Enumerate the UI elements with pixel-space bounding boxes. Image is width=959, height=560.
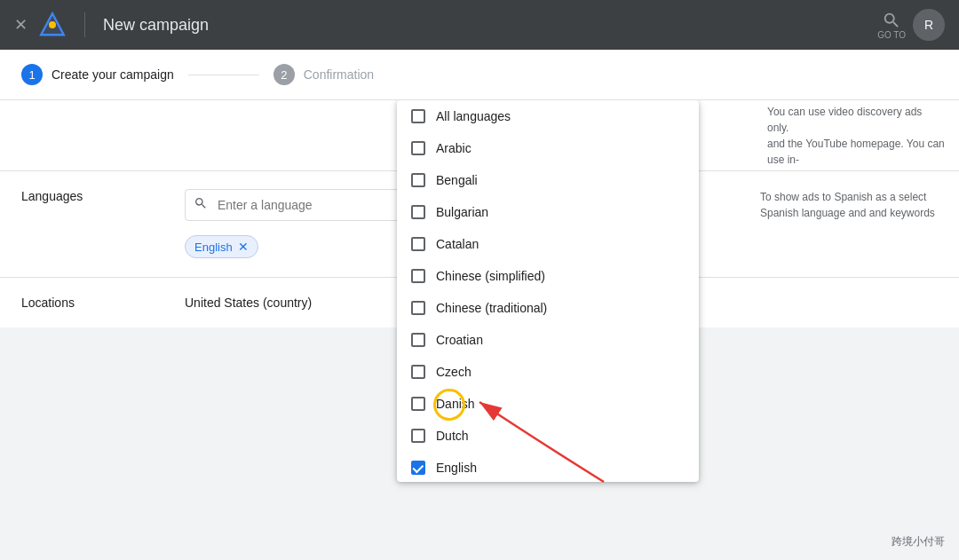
app-header: ✕ New campaign GO TO R bbox=[0, 0, 959, 50]
dropdown-item[interactable]: Danish bbox=[397, 388, 699, 420]
dropdown-item[interactable]: Croatian bbox=[397, 324, 699, 356]
dropdown-list: All languagesArabicBengaliBulgarianCatal… bbox=[397, 100, 699, 482]
svg-point-2 bbox=[49, 21, 56, 28]
tag-close-icon[interactable]: ✕ bbox=[238, 240, 249, 254]
main-content: You can use video discovery ads only. an… bbox=[0, 100, 959, 560]
language-search-icon bbox=[194, 196, 208, 214]
step-1-label: Create your campaign bbox=[52, 67, 174, 82]
watermark: 跨境小付哥 bbox=[892, 534, 945, 549]
languages-help-text: To show ads to Spanish as a select Spani… bbox=[760, 189, 938, 221]
english-language-tag: English ✕ bbox=[185, 235, 258, 258]
locations-label: Locations bbox=[21, 296, 163, 310]
language-option-label: Chinese (traditional) bbox=[436, 301, 547, 315]
language-dropdown: All languagesArabicBengaliBulgarianCatal… bbox=[397, 100, 699, 482]
step-1: 1 Create your campaign bbox=[21, 64, 174, 85]
dropdown-item[interactable]: Bulgarian bbox=[397, 196, 699, 228]
language-option-label: Dutch bbox=[436, 429, 469, 443]
dropdown-item[interactable]: Catalan bbox=[397, 228, 699, 260]
language-checkbox[interactable] bbox=[411, 301, 425, 315]
language-option-label: Chinese (simplified) bbox=[436, 269, 545, 283]
top-section-text1: You can use video discovery ads only. an… bbox=[767, 104, 945, 168]
user-avatar[interactable]: R bbox=[913, 9, 945, 41]
language-checkbox[interactable] bbox=[411, 429, 425, 443]
language-checkbox[interactable] bbox=[411, 109, 425, 123]
stepper: 1 Create your campaign 2 Confirmation bbox=[0, 50, 959, 100]
language-option-label: Bengali bbox=[436, 173, 478, 187]
dropdown-item[interactable]: Bengali bbox=[397, 164, 699, 196]
language-option-label: Croatian bbox=[436, 333, 483, 347]
step-2-label: Confirmation bbox=[304, 67, 374, 82]
dropdown-item[interactable]: Dutch bbox=[397, 420, 699, 452]
step-connector bbox=[188, 75, 259, 75]
dropdown-item[interactable]: Chinese (simplified) bbox=[397, 260, 699, 292]
header-actions: GO TO R bbox=[877, 9, 945, 41]
language-checkbox[interactable] bbox=[411, 237, 425, 251]
languages-label: Languages bbox=[21, 189, 163, 203]
header-title: New campaign bbox=[103, 16, 209, 35]
google-ads-logo bbox=[38, 11, 67, 39]
language-checkbox[interactable] bbox=[411, 397, 425, 411]
goto-label: GO TO bbox=[877, 30, 906, 40]
language-option-label: Czech bbox=[436, 365, 472, 379]
language-option-label: Bulgarian bbox=[436, 205, 488, 219]
step-2: 2 Confirmation bbox=[273, 64, 374, 85]
header-divider bbox=[84, 12, 85, 37]
language-checkbox[interactable] bbox=[411, 365, 425, 379]
language-checkbox[interactable] bbox=[411, 269, 425, 283]
close-icon[interactable]: ✕ bbox=[14, 15, 28, 35]
dropdown-item[interactable]: Arabic bbox=[397, 132, 699, 164]
step-1-circle: 1 bbox=[21, 64, 43, 85]
language-checkbox[interactable] bbox=[411, 205, 425, 219]
language-checkbox[interactable] bbox=[411, 333, 425, 347]
google-ads-triangle-icon bbox=[38, 11, 67, 39]
dropdown-item[interactable]: Czech bbox=[397, 356, 699, 388]
language-checkbox[interactable] bbox=[411, 173, 425, 187]
language-option-label: Arabic bbox=[436, 141, 472, 155]
language-checkbox[interactable] bbox=[411, 141, 425, 155]
language-option-label: All languages bbox=[436, 109, 511, 123]
language-option-label: Danish bbox=[436, 397, 475, 411]
locations-value: United States (country) bbox=[185, 296, 312, 310]
search-icon[interactable] bbox=[882, 11, 901, 30]
dropdown-item[interactable]: Chinese (traditional) bbox=[397, 292, 699, 324]
step-2-circle: 2 bbox=[273, 64, 295, 85]
dropdown-item[interactable]: All languages bbox=[397, 100, 699, 132]
dropdown-item[interactable]: English bbox=[397, 452, 699, 482]
language-option-label: English bbox=[436, 461, 477, 475]
tag-label: English bbox=[194, 241, 233, 254]
language-option-label: Catalan bbox=[436, 237, 479, 251]
language-checkbox[interactable] bbox=[411, 461, 425, 475]
